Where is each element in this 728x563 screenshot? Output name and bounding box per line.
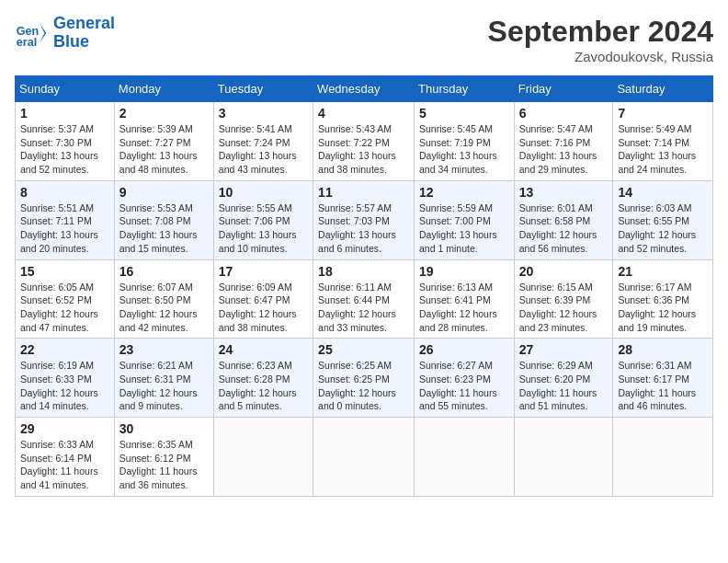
calendar-cell: 20 Sunrise: 6:15 AM Sunset: 6:39 PM Dayl…	[514, 259, 613, 339]
day-detail: Sunrise: 5:47 AM Sunset: 7:16 PM Dayligh…	[519, 122, 609, 177]
calendar-cell: 15 Sunrise: 6:05 AM Sunset: 6:52 PM Dayl…	[16, 259, 115, 339]
day-detail: Sunrise: 5:43 AM Sunset: 7:22 PM Dayligh…	[318, 122, 409, 177]
weekday-header: Sunday	[16, 76, 115, 102]
calendar-cell	[415, 418, 515, 497]
day-detail: Sunrise: 6:09 AM Sunset: 6:47 PM Dayligh…	[219, 281, 308, 335]
calendar-cell: 5 Sunrise: 5:45 AM Sunset: 7:19 PM Dayli…	[415, 102, 515, 181]
page-header: Gen eral GeneralBlue September 2024 Zavo…	[15, 15, 713, 64]
day-number: 29	[20, 421, 109, 436]
calendar-cell: 21 Sunrise: 6:17 AM Sunset: 6:36 PM Dayl…	[613, 259, 713, 339]
weekday-header: Tuesday	[213, 76, 313, 102]
day-detail: Sunrise: 6:31 AM Sunset: 6:17 PM Dayligh…	[618, 359, 708, 413]
weekday-header: Friday	[514, 76, 613, 102]
calendar-week-row: 1 Sunrise: 5:37 AM Sunset: 7:30 PM Dayli…	[16, 102, 713, 181]
day-detail: Sunrise: 6:29 AM Sunset: 6:20 PM Dayligh…	[519, 359, 609, 413]
calendar-cell: 6 Sunrise: 5:47 AM Sunset: 7:16 PM Dayli…	[514, 102, 613, 181]
day-detail: Sunrise: 6:17 AM Sunset: 6:36 PM Dayligh…	[618, 281, 708, 335]
day-number: 20	[519, 264, 609, 279]
day-number: 22	[20, 342, 109, 357]
day-number: 21	[618, 264, 708, 279]
svg-marker-2	[40, 23, 46, 43]
day-detail: Sunrise: 6:01 AM Sunset: 6:58 PM Dayligh…	[519, 201, 609, 256]
day-detail: Sunrise: 6:33 AM Sunset: 6:14 PM Dayligh…	[20, 438, 109, 492]
calendar-cell	[613, 418, 713, 497]
calendar-cell: 2 Sunrise: 5:39 AM Sunset: 7:27 PM Dayli…	[114, 102, 213, 181]
calendar-week-row: 8 Sunrise: 5:51 AM Sunset: 7:11 PM Dayli…	[16, 180, 713, 259]
calendar-cell	[213, 418, 313, 497]
day-detail: Sunrise: 6:19 AM Sunset: 6:33 PM Dayligh…	[20, 359, 109, 413]
day-number: 24	[219, 342, 308, 357]
location: Zavodoukovsk, Russia	[488, 49, 713, 64]
calendar-cell	[313, 418, 415, 497]
day-number: 10	[219, 185, 308, 200]
day-detail: Sunrise: 5:53 AM Sunset: 7:08 PM Dayligh…	[119, 201, 209, 256]
day-detail: Sunrise: 6:35 AM Sunset: 6:12 PM Dayligh…	[119, 438, 209, 492]
calendar-cell: 16 Sunrise: 6:07 AM Sunset: 6:50 PM Dayl…	[114, 259, 213, 339]
weekday-header-row: SundayMondayTuesdayWednesdayThursdayFrid…	[16, 76, 713, 102]
calendar-cell: 1 Sunrise: 5:37 AM Sunset: 7:30 PM Dayli…	[16, 102, 115, 181]
day-number: 26	[419, 342, 509, 357]
calendar-cell: 12 Sunrise: 5:59 AM Sunset: 7:00 PM Dayl…	[415, 180, 515, 259]
day-detail: Sunrise: 5:55 AM Sunset: 7:06 PM Dayligh…	[219, 201, 308, 256]
title-block: September 2024 Zavodoukovsk, Russia	[488, 15, 713, 64]
day-detail: Sunrise: 6:07 AM Sunset: 6:50 PM Dayligh…	[119, 281, 209, 335]
day-number: 28	[618, 342, 708, 357]
day-detail: Sunrise: 5:37 AM Sunset: 7:30 PM Dayligh…	[20, 122, 109, 177]
calendar-cell: 29 Sunrise: 6:33 AM Sunset: 6:14 PM Dayl…	[16, 418, 115, 497]
day-detail: Sunrise: 5:51 AM Sunset: 7:11 PM Dayligh…	[20, 201, 109, 256]
calendar-cell: 28 Sunrise: 6:31 AM Sunset: 6:17 PM Dayl…	[613, 339, 713, 418]
calendar-cell: 18 Sunrise: 6:11 AM Sunset: 6:44 PM Dayl…	[313, 259, 415, 339]
logo-text: GeneralBlue	[53, 15, 115, 52]
calendar-cell: 27 Sunrise: 6:29 AM Sunset: 6:20 PM Dayl…	[514, 339, 613, 418]
day-number: 23	[119, 342, 209, 357]
day-detail: Sunrise: 5:41 AM Sunset: 7:24 PM Dayligh…	[219, 122, 308, 177]
calendar-cell: 8 Sunrise: 5:51 AM Sunset: 7:11 PM Dayli…	[16, 180, 115, 259]
day-number: 17	[219, 264, 308, 279]
day-detail: Sunrise: 6:21 AM Sunset: 6:31 PM Dayligh…	[119, 359, 209, 413]
calendar-cell: 4 Sunrise: 5:43 AM Sunset: 7:22 PM Dayli…	[313, 102, 415, 181]
day-number: 30	[119, 421, 209, 436]
day-detail: Sunrise: 6:15 AM Sunset: 6:39 PM Dayligh…	[519, 281, 609, 335]
calendar-cell: 9 Sunrise: 5:53 AM Sunset: 7:08 PM Dayli…	[114, 180, 213, 259]
day-number: 6	[519, 106, 609, 121]
day-number: 3	[219, 106, 308, 121]
day-detail: Sunrise: 6:03 AM Sunset: 6:55 PM Dayligh…	[618, 201, 708, 256]
day-number: 12	[419, 185, 509, 200]
day-number: 13	[519, 185, 609, 200]
calendar-cell: 25 Sunrise: 6:25 AM Sunset: 6:25 PM Dayl…	[313, 339, 415, 418]
month-title: September 2024	[488, 15, 713, 49]
calendar-cell: 24 Sunrise: 6:23 AM Sunset: 6:28 PM Dayl…	[213, 339, 313, 418]
calendar-cell: 14 Sunrise: 6:03 AM Sunset: 6:55 PM Dayl…	[613, 180, 713, 259]
day-number: 14	[618, 185, 708, 200]
calendar-cell: 22 Sunrise: 6:19 AM Sunset: 6:33 PM Dayl…	[16, 339, 115, 418]
day-number: 16	[119, 264, 209, 279]
calendar-week-row: 15 Sunrise: 6:05 AM Sunset: 6:52 PM Dayl…	[16, 259, 713, 339]
day-number: 2	[119, 106, 209, 121]
day-detail: Sunrise: 6:05 AM Sunset: 6:52 PM Dayligh…	[20, 281, 109, 335]
weekday-header: Monday	[114, 76, 213, 102]
weekday-header: Saturday	[613, 76, 713, 102]
logo: Gen eral GeneralBlue	[15, 15, 115, 52]
calendar-week-row: 29 Sunrise: 6:33 AM Sunset: 6:14 PM Dayl…	[16, 418, 713, 497]
calendar-table: SundayMondayTuesdayWednesdayThursdayFrid…	[15, 75, 713, 497]
day-number: 15	[20, 264, 109, 279]
calendar-cell: 10 Sunrise: 5:55 AM Sunset: 7:06 PM Dayl…	[213, 180, 313, 259]
day-number: 4	[318, 106, 409, 121]
calendar-cell: 30 Sunrise: 6:35 AM Sunset: 6:12 PM Dayl…	[114, 418, 213, 497]
weekday-header: Wednesday	[313, 76, 415, 102]
calendar-cell: 3 Sunrise: 5:41 AM Sunset: 7:24 PM Dayli…	[213, 102, 313, 181]
day-number: 27	[519, 342, 609, 357]
day-detail: Sunrise: 5:45 AM Sunset: 7:19 PM Dayligh…	[419, 122, 509, 177]
day-number: 5	[419, 106, 509, 121]
day-number: 8	[20, 185, 109, 200]
day-number: 19	[419, 264, 509, 279]
calendar-cell: 7 Sunrise: 5:49 AM Sunset: 7:14 PM Dayli…	[613, 102, 713, 181]
day-detail: Sunrise: 5:49 AM Sunset: 7:14 PM Dayligh…	[618, 122, 708, 177]
day-detail: Sunrise: 6:27 AM Sunset: 6:23 PM Dayligh…	[419, 359, 509, 413]
day-detail: Sunrise: 6:13 AM Sunset: 6:41 PM Dayligh…	[419, 281, 509, 335]
calendar-cell: 23 Sunrise: 6:21 AM Sunset: 6:31 PM Dayl…	[114, 339, 213, 418]
calendar-cell: 26 Sunrise: 6:27 AM Sunset: 6:23 PM Dayl…	[415, 339, 515, 418]
day-detail: Sunrise: 5:39 AM Sunset: 7:27 PM Dayligh…	[119, 122, 209, 177]
calendar-cell: 17 Sunrise: 6:09 AM Sunset: 6:47 PM Dayl…	[213, 259, 313, 339]
calendar-cell: 11 Sunrise: 5:57 AM Sunset: 7:03 PM Dayl…	[313, 180, 415, 259]
